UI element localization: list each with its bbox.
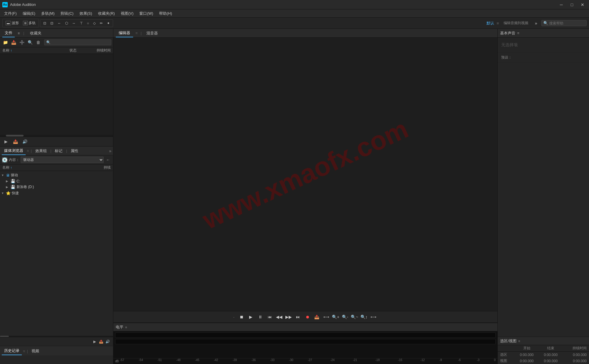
delete-btn[interactable]: 🗑 xyxy=(35,39,42,46)
tab-favorites[interactable]: 收藏夹 xyxy=(28,29,44,37)
tool-btn-3[interactable]: ↔ xyxy=(56,20,63,26)
files-search-icon: 🔍 xyxy=(46,40,51,44)
tree-row-drives[interactable]: ▼ 🖥 驱动 xyxy=(0,172,113,178)
new-folder-btn[interactable]: 📁 xyxy=(2,39,9,46)
search-input[interactable] xyxy=(549,21,585,25)
maximize-button[interactable]: □ xyxy=(568,2,576,8)
window-controls: ─ □ ✕ xyxy=(557,2,587,8)
media-content-select[interactable]: 驱动器 xyxy=(21,157,104,163)
add-media-btn[interactable]: ➕ xyxy=(18,39,25,46)
goto-end-btn[interactable]: ⏭ xyxy=(294,313,302,321)
menu-view[interactable]: 视图(V) xyxy=(118,10,136,17)
media-play-btn[interactable]: ▶ xyxy=(91,338,98,345)
files-menu-icon[interactable]: ≡ xyxy=(18,31,20,35)
zoom-fit-btn[interactable]: 🔍~ xyxy=(350,313,359,321)
level-title: 电平 xyxy=(116,325,123,330)
history-panel: 历史记录 ≡ | 视频 xyxy=(0,346,113,364)
menu-effects[interactable]: 效果(S) xyxy=(77,10,95,17)
play-btn[interactable]: ▶ xyxy=(247,313,255,321)
tool-btn-6[interactable]: ⊤ xyxy=(78,20,85,26)
workspace-label[interactable]: 默认 xyxy=(487,21,494,26)
selection-end[interactable]: 0:00.000 xyxy=(539,353,562,357)
workspace-menu-icon[interactable]: ≡ xyxy=(497,21,499,26)
record-btn[interactable]: ⏺ xyxy=(303,313,312,321)
media-vol-btn[interactable]: 🔊 xyxy=(104,338,111,345)
reveal-btn[interactable]: 🔍 xyxy=(27,39,34,46)
basic-sound-menu-icon[interactable]: ≡ xyxy=(517,31,519,35)
tool-btn-10[interactable]: ✦ xyxy=(105,20,112,26)
media-nav-btn[interactable]: ← xyxy=(105,157,111,163)
view-start[interactable]: 0:00.000 xyxy=(515,359,539,363)
tab-properties[interactable]: 属性 xyxy=(68,147,81,155)
menu-window[interactable]: 窗口(W) xyxy=(136,10,156,17)
view-end[interactable]: 0:00.000 xyxy=(539,359,562,363)
selview-menu-icon[interactable]: ≡ xyxy=(518,339,520,343)
tab-editor[interactable]: 编辑器 xyxy=(116,29,133,37)
rewind-btn[interactable]: ◀◀ xyxy=(275,313,283,321)
waveform-btn[interactable]: ▬ 波形 xyxy=(4,20,21,26)
tool-btn-1[interactable]: ⊡ xyxy=(42,20,48,26)
tab-media-browser[interactable]: 媒体浏览器 xyxy=(2,147,26,155)
level-menu-icon[interactable]: ≡ xyxy=(125,325,127,329)
tab-mixer[interactable]: 混音器 xyxy=(143,29,161,37)
tab-markers[interactable]: 标记 xyxy=(52,147,65,155)
col-end-header: 结束 xyxy=(539,346,562,351)
editor-content: www.xmaofx.com xyxy=(113,38,497,311)
export-btn[interactable]: 📤 xyxy=(12,138,19,145)
volume-btn[interactable]: 🔊 xyxy=(21,138,28,145)
tool-btn-5[interactable]: ↔ xyxy=(70,20,77,26)
media-more-btn[interactable]: » xyxy=(109,149,111,153)
tree-row-d[interactable]: ▶ 💾 新加卷 (D:) xyxy=(0,184,113,190)
media-tree[interactable]: ▼ 🖥 驱动 ▶ 💾 C: ▶ 💾 新加卷 (D:) xyxy=(0,171,113,336)
drive-c-label: C: xyxy=(16,179,20,183)
zoom-full-btn[interactable]: ⟷ xyxy=(369,313,378,321)
view-mode-group: ▬ 波形 ⊞ 多轨 xyxy=(2,19,39,27)
menu-edit[interactable]: 编辑(E) xyxy=(20,10,38,17)
fast-forward-btn[interactable]: ▶▶ xyxy=(284,313,293,321)
expand-btn[interactable]: » xyxy=(533,20,539,26)
workspace-sep: 编辑音频到视频 xyxy=(504,21,528,26)
zoom-vert-btn[interactable]: 🔍↕ xyxy=(360,313,368,321)
tab-history[interactable]: 历史记录 xyxy=(2,347,22,355)
selview-panel: 选区/视图 ≡ 开始 结束 持续时间 选区 0:00.000 0:00.000 … xyxy=(498,337,589,364)
media-export-btn[interactable]: 📤 xyxy=(98,338,104,345)
tool-btn-7[interactable]: ○ xyxy=(85,20,91,26)
app-icon: Au xyxy=(2,2,8,7)
pause-btn[interactable]: ⏸ xyxy=(256,313,264,321)
loop-btn[interactable]: 📤 xyxy=(313,313,321,321)
selection-start[interactable]: 0:00.000 xyxy=(515,353,539,357)
menu-clip[interactable]: 剪辑(C) xyxy=(57,10,76,17)
app-title: Adobe Audition xyxy=(10,2,36,7)
skip-btn[interactable]: ⟷ xyxy=(322,313,330,321)
view-duration[interactable]: 0:00.000 xyxy=(563,359,587,363)
menu-file[interactable]: 文件(F) xyxy=(1,10,20,17)
play-btn[interactable]: ▶ xyxy=(2,138,9,145)
menu-help[interactable]: 帮助(H) xyxy=(156,10,175,17)
menu-multitrack[interactable]: 多轨(M) xyxy=(38,10,58,17)
tool-btn-4[interactable]: ⬡ xyxy=(63,20,70,26)
level-ruler: -57 -54 -51 -48 -45 -42 -39 -36 -33 -30 … xyxy=(120,358,496,364)
chevron-down-icon: ▼ xyxy=(1,174,6,177)
preset-label: 预设： xyxy=(501,55,512,59)
multitrack-btn[interactable]: ⊞ 多轨 xyxy=(21,20,37,26)
tab-files[interactable]: 文件 xyxy=(2,29,15,37)
chevron-right-d-icon: ▶ xyxy=(6,185,11,189)
zoom-out-btn[interactable]: 🔍- xyxy=(341,313,349,321)
close-button[interactable]: ✕ xyxy=(578,2,587,8)
tab-effects-group[interactable]: 效果组 xyxy=(33,147,49,155)
media-footer: ▶ 📤 🔊 xyxy=(0,337,113,346)
files-search-input[interactable] xyxy=(51,40,109,44)
tree-row-shortcuts[interactable]: ▼ ⭐ 快捷 xyxy=(0,190,113,196)
zoom-in-btn[interactable]: 🔍+ xyxy=(332,313,340,321)
stop-btn[interactable]: ⏹ xyxy=(237,313,246,321)
menu-favorites[interactable]: 收藏夹(R) xyxy=(95,10,118,17)
tool-btn-8[interactable]: ◇ xyxy=(91,20,97,26)
tree-row-c[interactable]: ▶ 💾 C: xyxy=(0,178,113,184)
goto-start-btn[interactable]: ⏮ xyxy=(266,313,274,321)
tool-btn-9[interactable]: ✏ xyxy=(98,20,105,26)
tool-btn-2[interactable]: ⊡ xyxy=(49,20,55,26)
tab-video[interactable]: 视频 xyxy=(29,347,42,355)
selection-duration[interactable]: 0:00.000 xyxy=(563,353,587,357)
minimize-button[interactable]: ─ xyxy=(557,2,565,8)
import-btn[interactable]: 📥 xyxy=(10,39,17,46)
